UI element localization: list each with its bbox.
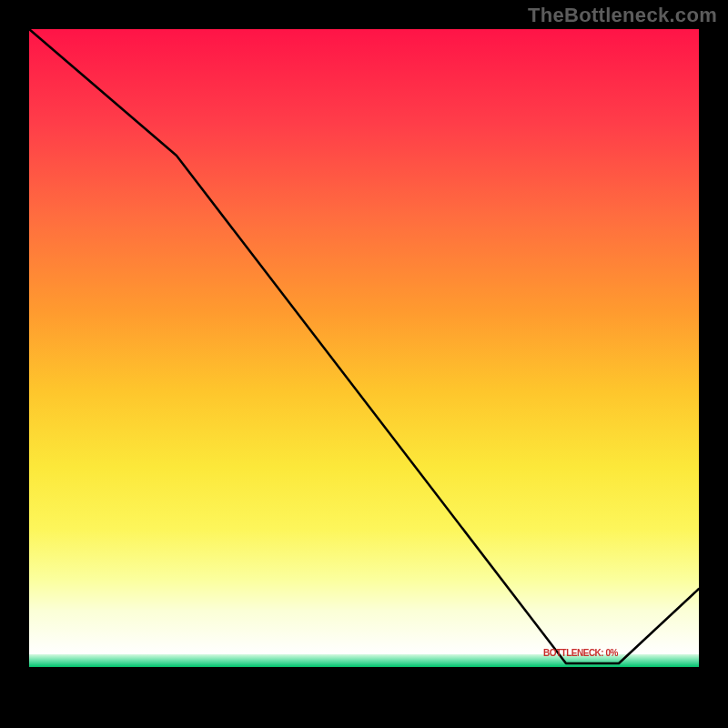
chart-root: TheBottleneck.com BOTTLENECK: 0%: [0, 0, 728, 728]
plot-frame: BOTTLENECK: 0%: [27, 27, 701, 701]
watermark-text: TheBottleneck.com: [528, 4, 717, 27]
bottleneck-curve: [29, 29, 699, 699]
zero-bottleneck-label: BOTTLENECK: 0%: [543, 648, 618, 658]
